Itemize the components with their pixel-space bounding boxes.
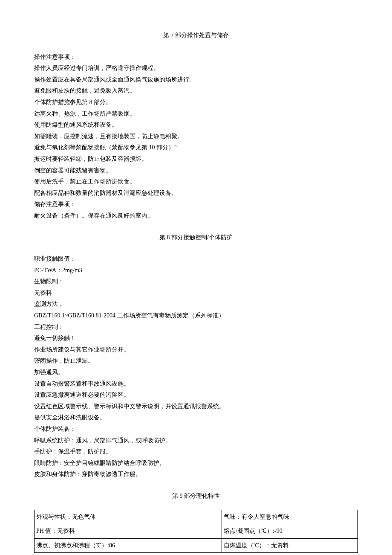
body-line: 使用防爆型的通风系统和设备。 [34, 119, 358, 131]
body-line: 生物限制： [34, 276, 358, 288]
body-line: 搬运时要轻装轻卸，防止包装及容器损坏。 [34, 154, 358, 165]
body-line: 呼吸系统防护：通风，局部排气通风，或呼吸防护。 [34, 435, 358, 447]
table-row: 外观与性状：无色气体 气味：有令人窒息的气味 [35, 510, 358, 524]
table-row: PH 值：无资料 熔点/凝固点（℃）:-90 [35, 524, 358, 539]
body-line: 提供安全淋浴和洗眼设备。 [34, 412, 358, 424]
body-line: 皮肤和身体防护：穿防毒物渗透工作服。 [34, 469, 358, 480]
body-line: 使用后洗手，禁止在工作场所进饮食。 [34, 176, 358, 188]
body-line: 加强通风。 [34, 367, 358, 378]
table-cell: PH 值：无资料 [35, 524, 222, 539]
section-8-body: 职业接触限值： PC-TWA：2mg/m3 生物限制： 无资料 监测方法， GB… [34, 253, 358, 480]
table-cell: 熔点/凝固点（℃）:-90 [222, 524, 358, 539]
section-8-title: 第 8 部分接触控制/个体防护 [34, 232, 358, 244]
body-line: 操作处置应在具备局部通风或全面通风换气设施的场所进行。 [34, 74, 358, 86]
body-line: 耐火设备（条件）。保存在通风良好的室内。 [34, 210, 358, 222]
body-line: 避免眼和皮肤的接触，避免吸入蒸汽。 [34, 85, 358, 97]
body-line: 避免与氧化剂等禁配物接触（禁配物参见第 10 部分）° [34, 142, 358, 154]
body-line: 手防护：保温手套，防护服。 [34, 446, 358, 458]
section-7-body: 操作注意事项： 操作人员应经过专门培训，严格遵守操作规程。 操作处置应在具备局部… [34, 52, 358, 222]
table-row: 沸点、初沸点和沸程（℃）:86 自燃温度（℃）：无资料 [35, 538, 358, 553]
table-cell: 自燃温度（℃）：无资料 [222, 538, 358, 553]
body-line: 储存注意事项： [34, 199, 358, 210]
body-line: 设置红色区域警示线、警示标识和中文警示说明，并设置通讯报警系统。 [34, 401, 358, 413]
body-line: 密闭操作，防止泄漏。 [34, 355, 358, 367]
body-line: 如需罐装，应控制流速，且有接地装置，防止静电积聚。 [34, 131, 358, 142]
body-line: GBZ/T160.1~GBZ/T160.81-2004 工作场所空气有毒物质测定… [34, 310, 358, 322]
table-cell: 沸点、初沸点和沸程（℃）:86 [35, 538, 222, 553]
body-line: 无资料 [34, 288, 358, 299]
body-line: 工程控制： [34, 322, 358, 333]
body-line: 倒空的容器可能残留有害物。 [34, 165, 358, 177]
section-9-title: 第 9 部分理化特性 [34, 491, 358, 502]
body-line: 监测方法， [34, 299, 358, 310]
body-line: 远离火种、热源，工作场所严禁吸烟。 [34, 108, 358, 120]
table-cell: 外观与性状：无色气体 [35, 510, 222, 524]
body-line: 眼睛防护：安全护目镜或眼睛防护结合呼吸防护。 [34, 458, 358, 469]
body-line: 配备相应品种和数量的消防器材及泄漏应急处理设备。 [34, 188, 358, 199]
body-line: 个体防护装备： [34, 424, 358, 435]
body-line: 设置自动报警装置和事故通风设施。 [34, 378, 358, 390]
body-line: 操作人员应经过专门培训，严格遵守操作规程。 [34, 63, 358, 74]
body-line: 操作注意事项： [34, 52, 358, 63]
body-line: PC-TWA：2mg/m3 [34, 265, 358, 276]
body-line: 作业场所建议与其它作业场所分开。 [34, 344, 358, 356]
section-7-title: 第 7 部分操作处置与储存 [34, 30, 358, 41]
body-line: 避免一切接触！ [34, 333, 358, 344]
body-line: 个体防护措施参见第 8 部分。 [34, 97, 358, 108]
body-line: 设置应急撤离通道和必要的泻险区。 [34, 389, 358, 401]
properties-table: 外观与性状：无色气体 气味：有令人窒息的气味 PH 值：无资料 熔点/凝固点（℃… [34, 510, 358, 553]
table-cell: 气味：有令人窒息的气味 [222, 510, 358, 524]
body-line: 职业接触限值： [34, 253, 358, 265]
